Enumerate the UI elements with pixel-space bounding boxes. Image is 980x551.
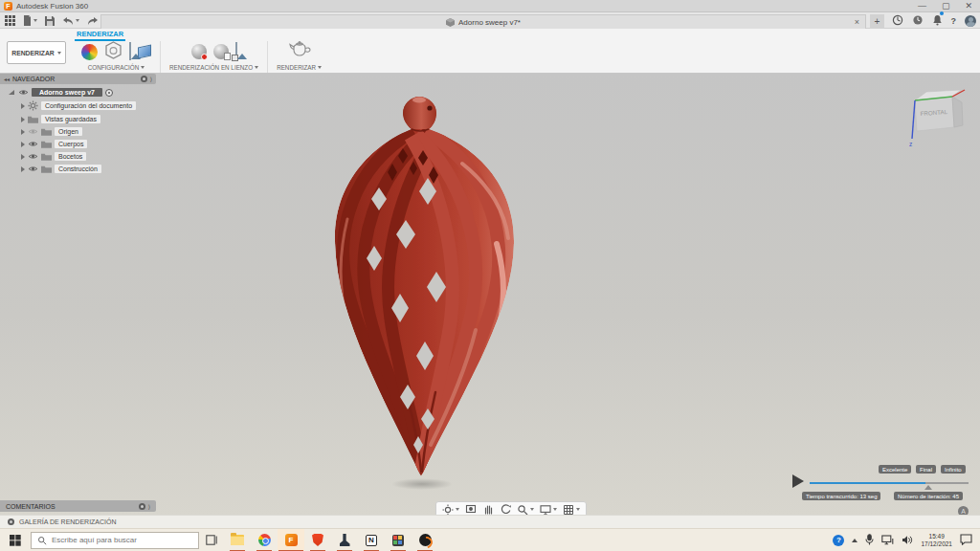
render-gallery-bar[interactable]: GALERÍA DE RENDERIZACIÓN bbox=[0, 515, 980, 528]
notifications-bell-icon[interactable] bbox=[932, 12, 943, 30]
item-label[interactable]: Construcción bbox=[55, 165, 101, 173]
search-icon bbox=[37, 536, 47, 545]
expander-icon[interactable] bbox=[21, 166, 25, 172]
folder-icon bbox=[41, 165, 52, 173]
taskbar-chrome[interactable] bbox=[251, 529, 278, 551]
collapse-left-icon[interactable]: ◂◂ bbox=[4, 76, 10, 82]
expander-icon[interactable] bbox=[21, 154, 25, 160]
comments-collapse-icon[interactable]: ⟩ bbox=[148, 503, 150, 510]
decal-icon[interactable] bbox=[129, 43, 131, 60]
navigator-item-cuerpos[interactable]: Cuerpos bbox=[19, 140, 172, 148]
item-label[interactable]: Configuración del documento bbox=[41, 101, 136, 110]
texture-map-icon[interactable] bbox=[138, 45, 151, 59]
taskbar-swirl-app[interactable] bbox=[412, 529, 438, 551]
start-button[interactable] bbox=[0, 529, 31, 551]
group-label-configuracion[interactable]: CONFIGURACIÓN bbox=[88, 64, 140, 71]
tab-renderizar[interactable]: RENDERIZAR bbox=[75, 29, 125, 41]
document-tab[interactable]: Adorno sweep v7* × bbox=[100, 14, 866, 29]
maximize-button[interactable]: ▢ bbox=[942, 0, 950, 12]
workspace-selector-label: RENDERIZAR bbox=[11, 50, 55, 56]
file-menu-button[interactable] bbox=[23, 15, 37, 26]
get-help-icon[interactable]: ? bbox=[833, 535, 844, 546]
taskbar-notion[interactable]: N bbox=[358, 529, 385, 551]
help-icon[interactable]: ? bbox=[951, 16, 957, 26]
minimize-button[interactable]: — bbox=[918, 0, 926, 12]
display-settings-icon[interactable] bbox=[540, 504, 557, 516]
application-bar: Adorno sweep v7* × + ? bbox=[0, 12, 980, 29]
eye-icon[interactable] bbox=[28, 141, 38, 147]
task-view-button[interactable] bbox=[199, 529, 224, 551]
render-progress-cluster: Excelente Final Infinito Tiempo transcur… bbox=[791, 462, 978, 506]
expander-icon[interactable] bbox=[21, 103, 25, 109]
group-label-renderizar[interactable]: RENDERIZAR bbox=[277, 64, 316, 71]
root-document-label[interactable]: Adorno sweep v7 bbox=[32, 88, 102, 97]
item-label[interactable]: Vistas guardadas bbox=[41, 115, 100, 123]
volume-icon[interactable] bbox=[902, 532, 913, 549]
account-avatar[interactable] bbox=[965, 15, 976, 27]
navigator-item-bocetos[interactable]: Bocetos bbox=[19, 152, 172, 161]
appearance-colorwheel-icon[interactable] bbox=[81, 44, 98, 60]
taskbar-fusion360[interactable]: F bbox=[278, 529, 304, 551]
navigator-header[interactable]: ◂◂ NAVEGADOR ⟩ bbox=[0, 74, 156, 84]
eye-icon[interactable] bbox=[18, 89, 29, 96]
view-cube[interactable]: FRONTAL z bbox=[905, 81, 972, 148]
render-capture-icon[interactable] bbox=[213, 44, 229, 59]
document-tab-label: Adorno sweep v7* bbox=[458, 18, 521, 27]
expander-icon[interactable] bbox=[21, 117, 25, 122]
item-label[interactable]: Bocetos bbox=[55, 152, 86, 161]
undo-button[interactable] bbox=[62, 16, 79, 26]
item-label[interactable]: Cuerpos bbox=[55, 140, 87, 148]
taskbar-brave[interactable] bbox=[304, 529, 331, 551]
eye-icon[interactable] bbox=[28, 165, 38, 172]
save-button[interactable] bbox=[45, 16, 55, 26]
navigator-item-origen[interactable]: Origen bbox=[19, 127, 172, 136]
navigator-root-row[interactable]: Adorno sweep v7 bbox=[8, 88, 172, 97]
navigator-item-vistas[interactable]: Vistas guardadas bbox=[19, 115, 172, 123]
navigator-item-construccion[interactable]: Construcción bbox=[19, 165, 172, 173]
job-status-icon[interactable] bbox=[892, 12, 903, 30]
data-panel-icon[interactable] bbox=[5, 15, 15, 26]
expander-icon[interactable] bbox=[21, 142, 25, 147]
extension-clock-icon[interactable] bbox=[912, 12, 924, 30]
navigator-item-doc-settings[interactable]: Configuración del documento bbox=[19, 100, 172, 111]
taskbar-tool-app[interactable] bbox=[331, 529, 358, 551]
viewport[interactable]: ◂◂ NAVEGADOR ⟩ Adorno sweep v7 Configura… bbox=[0, 74, 980, 515]
item-label[interactable]: Origen bbox=[55, 127, 82, 136]
navigator-gear-icon[interactable] bbox=[141, 76, 147, 82]
grid-snaps-icon[interactable] bbox=[563, 504, 580, 516]
slider-marker[interactable] bbox=[924, 485, 932, 490]
search-input[interactable] bbox=[52, 536, 186, 544]
navigator-collapse-icon[interactable]: ⟩ bbox=[150, 76, 152, 82]
scene-settings-icon[interactable] bbox=[104, 41, 122, 63]
action-center-icon[interactable] bbox=[960, 532, 972, 549]
render-teapot-icon[interactable] bbox=[287, 40, 312, 63]
in-canvas-render-icon[interactable] bbox=[191, 44, 207, 59]
gallery-expand-icon[interactable] bbox=[8, 518, 14, 525]
microphone-icon[interactable] bbox=[865, 532, 874, 549]
eye-hidden-icon[interactable] bbox=[28, 128, 38, 135]
render-quality-slider[interactable] bbox=[810, 482, 969, 484]
network-icon[interactable] bbox=[881, 532, 894, 549]
taskbar-grid-app[interactable] bbox=[385, 529, 412, 551]
workspace-selector-button[interactable]: RENDERIZAR bbox=[7, 41, 66, 64]
comments-bar[interactable]: COMENTARIOS ⟩ bbox=[0, 500, 156, 512]
expander-icon[interactable] bbox=[21, 129, 25, 135]
taskbar-clock[interactable]: 15:49 17/12/2021 bbox=[921, 533, 952, 547]
new-tab-button[interactable]: + bbox=[870, 14, 884, 29]
group-label-render-lienzo[interactable]: RENDERIZACIÓN EN LIENZO bbox=[169, 64, 253, 71]
viewcube-z-label: z bbox=[909, 141, 912, 147]
hidden-icons-chevron[interactable] bbox=[852, 539, 858, 542]
tab-close-button[interactable]: × bbox=[855, 17, 859, 27]
comments-circle-icon[interactable] bbox=[139, 503, 145, 510]
ground-target-icon[interactable] bbox=[105, 89, 113, 97]
orbit-icon[interactable] bbox=[442, 504, 459, 516]
zoom-icon[interactable] bbox=[517, 504, 534, 516]
save-image-icon[interactable] bbox=[235, 43, 237, 60]
close-button[interactable]: ✕ bbox=[965, 0, 972, 12]
root-expander-icon[interactable] bbox=[8, 89, 15, 97]
play-render-button[interactable] bbox=[792, 474, 804, 488]
taskbar-search[interactable] bbox=[31, 532, 199, 549]
taskbar-file-explorer[interactable] bbox=[224, 529, 251, 551]
eye-icon[interactable] bbox=[28, 153, 38, 160]
tool-app-icon bbox=[340, 534, 350, 546]
